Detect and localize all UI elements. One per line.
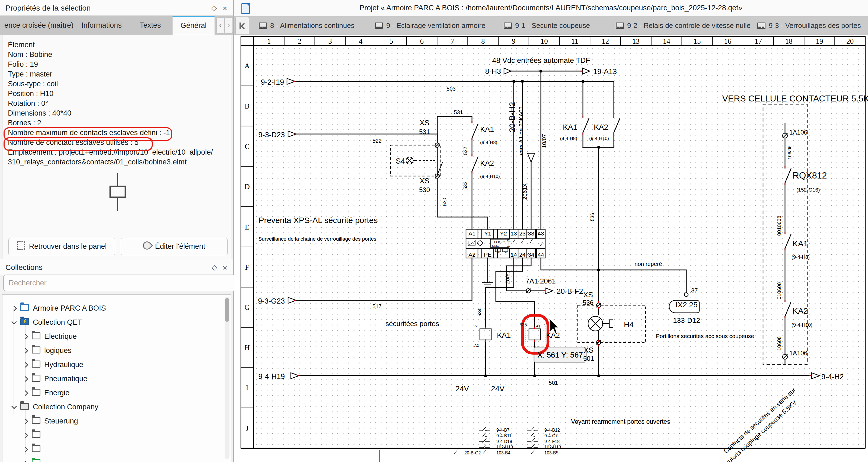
tree-item-energie[interactable]: Energie [2, 386, 231, 400]
schematic-label: K1/K2 [492, 244, 500, 247]
schematic-label: 4 [359, 37, 363, 45]
tab-general[interactable]: Général [172, 16, 215, 36]
tree-item-unnamed[interactable] [2, 428, 231, 442]
prop-dimensions: Dimensions : 40*40 [8, 108, 231, 118]
schematic-label: 531 [419, 128, 430, 135]
tree-item-unnamed[interactable] [2, 456, 231, 462]
chevron-down-icon[interactable] [11, 404, 17, 409]
schematic-label: Y1 [484, 230, 491, 237]
chevron-right-icon[interactable] [23, 433, 28, 438]
folio-tab-8[interactable]: 8 - Alimentations continues [259, 16, 354, 35]
schematic-label: C [245, 143, 250, 151]
tab-textes[interactable]: Textes [137, 16, 163, 35]
folder-icon [32, 445, 40, 452]
schematic-label: 18 [785, 37, 793, 45]
tree-scrollbar-thumb[interactable] [225, 298, 229, 322]
schematic-label: 14 [510, 251, 517, 258]
schematic-label: 9-4-B11 [496, 433, 512, 438]
prop-bornes: Bornes : 2 [8, 118, 231, 128]
schematic-label: 1A106 [789, 129, 807, 136]
schematic-label: sécuritées portes [385, 319, 439, 328]
folio-tab-9-2[interactable]: 9-2 - Relais de controle de vitesse null… [616, 16, 750, 35]
schematic-label: X: 561 Y: 567 [537, 351, 583, 359]
schematic-label: 501 [549, 380, 558, 386]
project-title-bar: Projet « Armoire PARC A BOIS : /home/lau… [234, 0, 868, 16]
schematic-label: (9-4-H10) [589, 136, 609, 141]
tree-scrollbar[interactable] [225, 297, 229, 459]
schematic-label: J [246, 424, 249, 432]
prop-esclaves-utilises: Nombre de conctact esclaves utilisés : 5 [8, 137, 231, 147]
tree-item-steuerung[interactable]: Steuerung [2, 414, 231, 428]
folio-tab-9-1[interactable]: 9-1 - Securite coupeuse [504, 16, 590, 35]
tab-scroll-right-icon[interactable]: › [225, 18, 233, 34]
first-folio-button[interactable] [236, 17, 249, 35]
properties-panel-title: Propriétés de la sélection [5, 4, 91, 12]
folio-tab-bar: 8 - Alimentations continues 9 - Eclairag… [234, 16, 868, 35]
tree-item-pneumatique[interactable]: Pneumatique [2, 372, 231, 386]
folio-tab-9[interactable]: 9 - Eclairage ventilation armoire [375, 16, 486, 35]
schematic-label: 9-4-C7 [545, 433, 558, 438]
float-panel-icon[interactable]: ◇ [212, 263, 217, 272]
schematic-label: vers A1 de 20KA03 [518, 106, 524, 155]
folio-icon [616, 23, 624, 29]
chevron-right-icon[interactable] [23, 447, 28, 452]
search-input[interactable] [3, 275, 236, 291]
schematic-label: 6 [420, 37, 424, 45]
float-panel-icon[interactable]: ◇ [212, 4, 217, 12]
chevron-left-icon [241, 23, 247, 29]
tab-reference-croisee[interactable]: ence croisée (maître) [2, 16, 76, 35]
schematic-label: 1A106 [789, 350, 807, 357]
schematic-label: A [244, 62, 250, 70]
schematic-label: 20-B-H2 [507, 102, 517, 132]
retrouver-panel-button[interactable]: Retrouver dans le panel [8, 238, 115, 255]
schematic-label: 2 [298, 37, 301, 45]
prop-emplacement-2: 310_relays_contactors&contacts/01_coils/… [8, 157, 231, 167]
prop-rotation: Rotation : 0° [8, 98, 231, 108]
project-title: Projet « Armoire PARC A BOIS : /home/lau… [234, 4, 868, 12]
schematic-label: 9-4-H19 [258, 372, 285, 380]
chevron-right-icon[interactable] [23, 461, 28, 462]
close-panel-icon[interactable]: × [222, 263, 227, 272]
tree-item-electrique[interactable]: Electrique [2, 329, 231, 343]
tree-item-collection-qet[interactable]: Collection QET [2, 315, 231, 329]
close-panel-icon[interactable]: × [222, 4, 227, 13]
schematic-label: 530 [442, 198, 447, 206]
schematic-label: XS [583, 291, 593, 299]
schematic-label: 9-2-I19 [261, 78, 284, 86]
chevron-right-icon[interactable] [23, 362, 28, 368]
folio-tab-9-3[interactable]: 9-3 - Verrouillages des portes [757, 16, 861, 35]
schematic-label: XS [420, 119, 429, 127]
schematic-label: 24V [491, 384, 504, 393]
schematic-label: S4 [396, 157, 405, 165]
chevron-right-icon[interactable] [23, 419, 28, 424]
folder-icon [32, 375, 40, 382]
schematic-canvas[interactable]: 48 Vdc entrées automate TDF8-H319-A139-2… [234, 35, 868, 462]
tab-informations[interactable]: Informations [79, 16, 124, 35]
chevron-right-icon[interactable] [23, 390, 28, 396]
schematic-label: IX2.25 [676, 301, 698, 309]
schematic-label: 19-A13 [593, 67, 617, 76]
chevron-right-icon[interactable] [11, 306, 17, 311]
tab-scroll-left-icon[interactable]: ‹ [216, 18, 225, 34]
tree-item-hydraulique[interactable]: Hydraulique [2, 358, 231, 372]
schematic-label: (9-4-H8) [792, 254, 810, 260]
chevron-right-icon[interactable] [23, 334, 28, 339]
schematic-label: KA2 [594, 123, 608, 131]
tree-item-unnamed[interactable] [2, 442, 231, 456]
schematic-label: KA1 [497, 331, 511, 339]
chevron-right-icon[interactable] [23, 348, 28, 353]
tree-item-armoire-parc-a-bois[interactable]: Armoire PARC A BOIS [2, 301, 231, 315]
tree-item-logiques[interactable]: logiques [2, 343, 231, 358]
schematic-label: (9-4-H10) [792, 322, 812, 328]
schematic-label: 133-D12 [673, 316, 700, 325]
editer-element-button[interactable]: Éditer l'élément [121, 238, 227, 255]
prop-element: Élement [8, 40, 231, 50]
schematic-label: KA1 [480, 125, 494, 133]
schematic-label: B [245, 102, 250, 110]
tree-item-collection-company[interactable]: Collection Company [2, 400, 231, 414]
chevron-down-icon[interactable] [11, 319, 17, 325]
schematic-label: (9-4-H10) [480, 174, 500, 179]
edit-element-icon [141, 240, 153, 251]
schematic-label: 501 [583, 355, 594, 362]
chevron-right-icon[interactable] [23, 376, 28, 382]
